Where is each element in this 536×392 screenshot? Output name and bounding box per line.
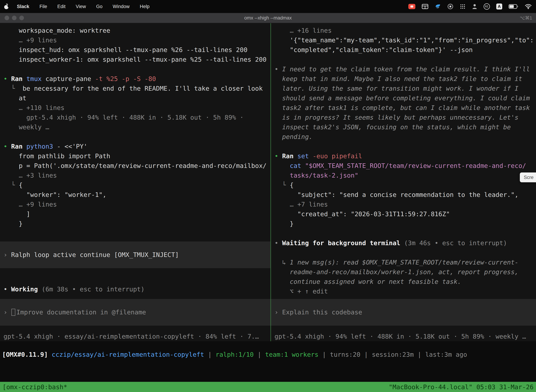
window-manager-icon[interactable] [422, 4, 428, 9]
grid-dots-icon[interactable] [460, 4, 466, 9]
terminal-line: • Ran tmux capture-pane -t %25 -p -S -80 [0, 74, 270, 84]
battery-icon[interactable] [509, 4, 518, 9]
text-segment: ↳ [274, 259, 290, 266]
text-segment: | [254, 351, 265, 358]
terminal-line [0, 64, 270, 74]
text-segment: "$OMX_TEAM_STATE_ROOT/team/review-curren… [305, 162, 526, 169]
app-icon-round[interactable] [447, 4, 453, 9]
text-segment: set [297, 152, 313, 160]
screen-share-notification-text: Scre [524, 175, 534, 180]
terminal-pane-right[interactable]: … +16 lines '{"team_name":"my-team","tas… [271, 23, 536, 341]
terminal-line: … +7 lines [271, 200, 536, 209]
text-segment: workspace_mode: worktree [4, 27, 110, 34]
text-segment: └ [4, 85, 23, 92]
menu-view[interactable]: View [72, 4, 90, 9]
terminal-line: later. Using the same for transition mig… [271, 84, 536, 93]
text-segment: keep that in mind. Maybe I also need the… [274, 75, 522, 82]
window-title-bar[interactable]: omx --xhigh --madmax ⌥⌘1 [0, 13, 536, 23]
battery-percent-badge[interactable]: 61 [483, 3, 490, 10]
pane-left-content: workspace_mode: worktree … +9 lines insp… [0, 26, 270, 294]
terminal-line: ⌥ + ↑ edit [271, 286, 536, 296]
text-segment: › [4, 308, 11, 316]
pane-status: gpt-5.4 xhigh · 94% left · 488K in · 5.1… [271, 331, 536, 341]
text-segment: gpt-5.4 xhigh · 94% left · 488K in · 5.1… [274, 333, 526, 340]
terminal-line: └ { [0, 180, 270, 190]
text-segment: › [4, 251, 11, 258]
menu-file[interactable]: File [36, 4, 51, 9]
pane-right-bottom: › Explain this codebasegpt-5.4 xhigh · 9… [271, 299, 536, 341]
text-segment: … +16 lines [274, 27, 332, 34]
text-segment: › [274, 308, 282, 316]
terminal-pane-left[interactable]: workspace_mode: worktree … +9 lines insp… [0, 23, 270, 341]
text-segment: pending. [274, 133, 313, 140]
text-segment [274, 172, 290, 179]
wifi-icon[interactable] [525, 4, 532, 9]
terminal-line [0, 132, 270, 142]
menu-edit[interactable]: Edit [53, 4, 69, 9]
tmux-host-clock: "MacBook-Pro-44.local" 05:03 31-Mar-26 [389, 383, 534, 391]
terminal-line: … +3 lines [0, 171, 270, 180]
menu-app-slack[interactable]: Slack [13, 4, 33, 9]
terminal-line: continue assigned work or next feasible … [271, 277, 536, 286]
text-segment: • [274, 152, 282, 160]
prompt-input[interactable]: › Improve documentation in @filename [0, 299, 270, 326]
text-segment: ] [4, 210, 30, 218]
text-segment: | [414, 351, 425, 358]
menu-bar: Slack File Edit View Go Window Help [0, 0, 536, 13]
terminal-line [271, 55, 536, 64]
terminal-line: '{"team_name":"my-team","task_id":"1","f… [271, 35, 536, 45]
menu-help[interactable]: Help [136, 4, 153, 9]
text-segment: … +7 lines [274, 201, 328, 208]
terminal-area: workspace_mode: worktree … +9 lines insp… [0, 23, 536, 341]
terminal-line: • Waiting for background terminal (3m 46… [271, 238, 536, 248]
text-segment: task2 after task1 is complete, but can I… [274, 104, 530, 111]
text-segment: inspect_hud: omx sparkshell --tmux-pane … [4, 46, 247, 53]
terminal-line: p = Path('.omx/state/team/review-current… [0, 161, 270, 171]
text-segment: should send a message before completing … [274, 94, 530, 102]
terminal-line: ] [0, 209, 270, 219]
text-segment: └ [274, 182, 290, 189]
text-segment: { [290, 182, 294, 189]
terminal-line: inspect_hud: omx sparkshell --tmux-pane … [0, 45, 270, 55]
text-segment: Ran [282, 152, 297, 160]
terminal-line: keep that in mind. Maybe I also need the… [271, 74, 536, 84]
text-segment: from pathlib import Path [4, 152, 110, 160]
text-segment: } [4, 220, 23, 227]
terminal-line: └ be necessary for the end of the README… [0, 84, 270, 93]
input-source-icon[interactable]: A [496, 4, 502, 9]
text-segment: | [318, 351, 330, 358]
text-segment: python3 [26, 143, 57, 150]
omx-status-area: [OMX#0.11.9] cczip/essay/ai-reimplementa… [0, 341, 536, 382]
text-segment: last:3m ago [425, 351, 467, 358]
apple-menu-icon[interactable] [4, 4, 9, 9]
text-segment: • [274, 65, 282, 73]
text-segment: • [4, 285, 11, 293]
terminal-line: at [0, 93, 270, 103]
injected-prompt[interactable]: › Ralph loop active continue [OMX_TMUX_I… [0, 242, 270, 268]
tmux-window-label[interactable]: [omx-cczip0:bash* [2, 383, 67, 391]
text-cursor [11, 309, 15, 316]
menu-window[interactable]: Window [109, 4, 134, 9]
screen-share-notification[interactable]: Scre [520, 173, 536, 182]
terminal-line [0, 229, 270, 242]
text-segment: | [204, 351, 215, 358]
prompt-suggestion[interactable]: › Explain this codebase [271, 299, 536, 326]
pane-left-bottom: › Improve documentation in @filenamegpt-… [0, 299, 270, 341]
terminal-line: } [0, 219, 270, 229]
text-segment: • [4, 75, 11, 82]
text-segment: '{"team_name":"my-team","task_id":"1","f… [274, 37, 534, 44]
terminal-line: inspect task2's JSON, focusing on the st… [271, 122, 536, 132]
terminal-line [271, 326, 536, 331]
terminal-line [271, 248, 536, 257]
text-segment: -euo pipefail [313, 152, 362, 160]
app-icon-blue[interactable] [435, 4, 441, 9]
menu-go[interactable]: Go [92, 4, 106, 9]
terminal-line: pending. [271, 132, 536, 142]
user-status-icon[interactable] [472, 4, 477, 9]
text-segment: Ran [11, 143, 26, 150]
window-shortcut-hint: ⌥⌘1 [520, 15, 536, 21]
terminal-line: "created_at": "2026-03-31T11:59:27.816Z" [271, 209, 536, 219]
screen-recording-icon[interactable] [408, 4, 415, 9]
text-segment: Working [11, 285, 42, 293]
text-segment: … +3 lines [4, 172, 57, 179]
